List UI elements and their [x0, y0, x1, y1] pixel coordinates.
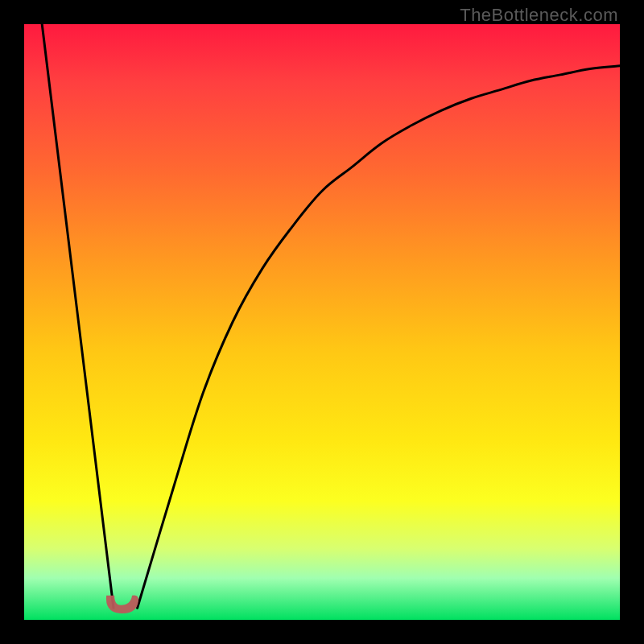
chart-plot-area — [24, 24, 620, 620]
bottleneck-blob — [106, 595, 138, 613]
curve-left-slope — [42, 24, 114, 608]
chart-curve-svg — [24, 24, 620, 620]
watermark-text: TheBottleneck.com — [460, 5, 618, 26]
chart-frame: TheBottleneck.com — [0, 0, 644, 644]
curve-right-asymptote — [138, 66, 620, 608]
bottleneck-curve — [42, 24, 620, 608]
